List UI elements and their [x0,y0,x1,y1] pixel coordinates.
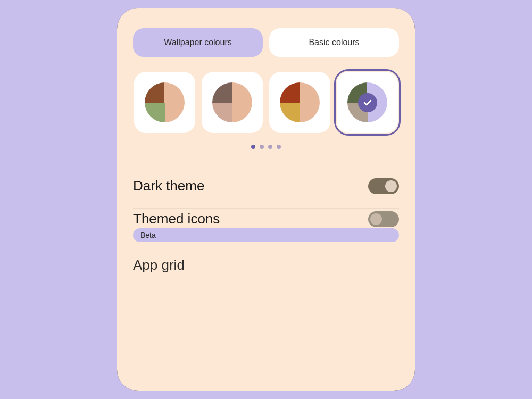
page-dots [133,145,399,149]
separator-1 [133,208,399,209]
pie-chart-2 [212,82,252,122]
dark-theme-toggle[interactable] [368,178,399,194]
dark-theme-label: Dark theme [133,178,204,194]
tab-basic[interactable]: Basic colours [269,28,399,57]
beta-badge: Beta [133,228,399,242]
pie-chart-1 [145,82,185,122]
tab-row: Wallpaper colours Basic colours [133,28,399,57]
phone-screen: Wallpaper colours Basic colours [117,8,415,391]
app-grid-label: App grid [133,257,399,273]
top-overhang [117,8,415,18]
swatch-3[interactable] [269,72,330,133]
themed-icons-row: Themed icons [133,211,399,227]
themed-icons-knob [370,213,382,225]
swatches-row [133,72,399,133]
swatch-4[interactable] [337,72,398,133]
dark-theme-knob [385,180,397,192]
swatch-2[interactable] [202,72,263,133]
dot-1 [251,145,255,149]
dark-theme-row: Dark theme [133,166,399,206]
pie-chart-3 [280,82,320,122]
themed-icons-section: Themed icons Beta [133,211,399,247]
themed-icons-label: Themed icons [133,211,220,227]
dot-2 [260,145,264,149]
phone-frame: Wallpaper colours Basic colours [117,8,415,391]
selected-check [358,93,377,112]
dot-4 [277,145,281,149]
content-area: Wallpaper colours Basic colours [117,18,415,391]
dot-3 [268,145,272,149]
pie-chart-4 [347,82,387,122]
tab-wallpaper[interactable]: Wallpaper colours [133,28,263,57]
swatch-1[interactable] [134,72,195,133]
themed-icons-toggle[interactable] [368,211,399,227]
